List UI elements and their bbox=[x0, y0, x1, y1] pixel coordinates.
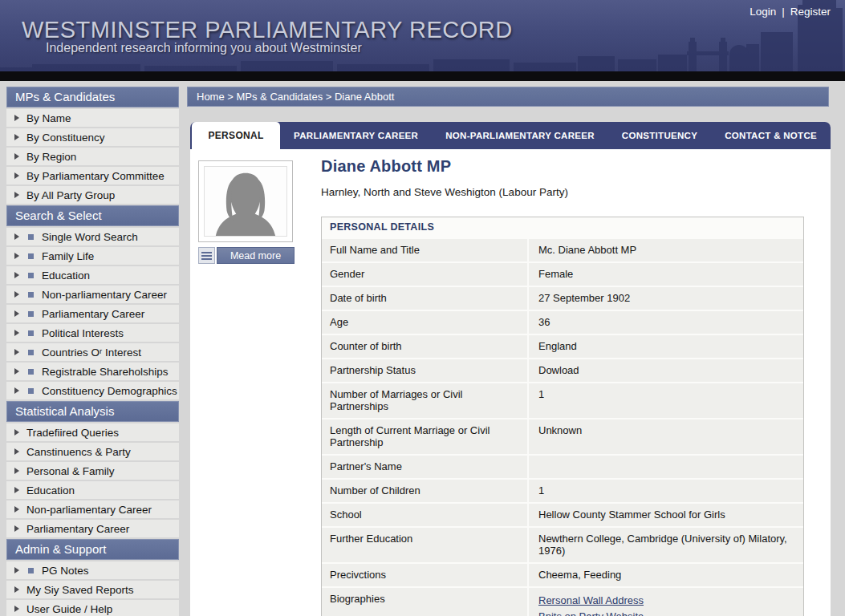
table-row-predictions: Precivctions Cheema, Feeding bbox=[322, 562, 803, 586]
table-row-biographies: Biographies Rersonal Wall Address Bnits … bbox=[322, 586, 803, 616]
personal-details-table: PERSONAL DETAILS Full Name and Title Mc.… bbox=[321, 217, 804, 616]
sidebar-item-parliamentary-career[interactable]: Parliamentary Career bbox=[6, 305, 179, 322]
tab-personal[interactable]: PERSONAL bbox=[192, 122, 280, 149]
sidebar-item-constituency-party[interactable]: Canstinuencs & Party bbox=[6, 443, 179, 460]
link-bits-on-party-website[interactable]: Bnits on Party Website bbox=[538, 609, 794, 616]
triangle-bullet-icon bbox=[14, 253, 19, 259]
avatar bbox=[198, 160, 293, 242]
row-label: Date of birth bbox=[322, 287, 529, 310]
row-value: Unknown bbox=[529, 419, 803, 454]
triangle-bullet-icon bbox=[14, 134, 19, 140]
sidebar-section-admin-support: Admin & Support bbox=[6, 539, 179, 560]
header-divider-bar bbox=[0, 71, 845, 81]
sidebar-item-education-stats[interactable]: Education bbox=[6, 481, 179, 499]
sidebar-item-label: Non-parliamentary Career bbox=[42, 289, 167, 301]
row-value: Hellow County Stammer School for Girls bbox=[529, 504, 803, 526]
tab-parliamentary-career[interactable]: PARLIAMENTARY CAREER bbox=[280, 122, 432, 149]
site-header: Login | Register WESTMINSTER PARLIAMENTA… bbox=[0, 0, 845, 81]
mp-constituency-party-line: Harnley, North and Steve Weshigton (Labo… bbox=[321, 186, 568, 198]
sidebar-item-constituency-demographics[interactable]: Constituency Demographics bbox=[6, 382, 179, 399]
sidebar-item-label: By Constituency bbox=[26, 132, 105, 144]
table-row-date-of-birth: Date of birth 27 September 1902 bbox=[322, 286, 803, 310]
read-more-button[interactable]: Mead more bbox=[217, 247, 295, 264]
sidebar-item-label: Education bbox=[42, 270, 90, 282]
sidebar-item-label: By Parliamentary Committee bbox=[26, 170, 165, 182]
sidebar-item-personal-family[interactable]: Personal & Family bbox=[6, 462, 179, 480]
table-row-partner-name: Partner's Name bbox=[322, 454, 803, 478]
square-bullet-icon bbox=[28, 253, 34, 259]
sidebar-item-non-parliamentary-career-stats[interactable]: Non-parliamentary Career bbox=[6, 500, 179, 518]
row-label: School bbox=[322, 504, 529, 526]
triangle-bullet-icon bbox=[14, 368, 19, 375]
tab-contact-notice[interactable]: CONTACT & NOTCE bbox=[711, 122, 831, 149]
triangle-bullet-icon bbox=[14, 115, 19, 121]
sidebar-section-mps-candidates: MPs & Candidates bbox=[6, 87, 179, 107]
sidebar-item-label: Single Word Search bbox=[42, 231, 138, 243]
login-link[interactable]: Login bbox=[750, 6, 776, 18]
row-label: Precivctions bbox=[322, 564, 529, 586]
page-title-mp-name: Diane Abbott MP bbox=[321, 157, 451, 176]
sidebar-item-label: Parliamentary Career bbox=[42, 308, 144, 320]
auth-links: Login | Register bbox=[750, 6, 831, 18]
sidebar-item-single-word-search[interactable]: Single Word Search bbox=[6, 228, 179, 245]
sidebar-item-label: Tradefiired Queries bbox=[26, 427, 119, 439]
table-row-further-education: Further Education Newthern College, Camb… bbox=[322, 526, 803, 562]
link-personal-wall-address[interactable]: Rersonal Wall Address bbox=[538, 593, 794, 609]
sidebar-item-my-saved-reports[interactable]: My Siy Saved Reports bbox=[6, 581, 179, 598]
register-link[interactable]: Register bbox=[790, 6, 831, 18]
triangle-bullet-icon bbox=[14, 192, 19, 198]
square-bullet-icon bbox=[28, 234, 34, 240]
row-label: Number of Children bbox=[322, 480, 529, 502]
triangle-bullet-icon bbox=[14, 506, 19, 513]
triangle-bullet-icon bbox=[14, 233, 19, 240]
triangle-bullet-icon bbox=[14, 586, 19, 593]
sidebar-item-political-interests[interactable]: Political Interests bbox=[6, 324, 179, 342]
row-value: Rersonal Wall Address Bnits on Party Web… bbox=[529, 588, 803, 616]
sidebar-item-by-region[interactable]: By Region bbox=[6, 148, 179, 165]
person-silhouette-icon bbox=[205, 167, 286, 236]
row-label: Length of Current Marriage or Civil Part… bbox=[322, 419, 529, 454]
triangle-bullet-icon bbox=[14, 172, 19, 179]
tab-non-parliamentary-career[interactable]: NON-PARLIAMENTARY CAREER bbox=[432, 122, 608, 149]
sidebar-item-label: Canstinuencs & Party bbox=[26, 446, 131, 458]
sidebar-item-by-all-party-group[interactable]: By All Party Group bbox=[6, 186, 179, 204]
row-value: Cheema, Feeding bbox=[529, 564, 803, 586]
sidebar-item-parliamentary-career-stats[interactable]: Parliamentary Career bbox=[6, 520, 179, 537]
triangle-bullet-icon bbox=[14, 272, 19, 278]
sidebar-item-family-life[interactable]: Family Life bbox=[6, 247, 179, 265]
sidebar-item-non-parliamentary-career[interactable]: Non-parliamentary Career bbox=[6, 286, 179, 303]
row-value: Female bbox=[529, 263, 803, 286]
tab-constituency[interactable]: CONSTITUENCY bbox=[608, 122, 711, 149]
triangle-bullet-icon bbox=[14, 448, 19, 455]
sidebar-item-label: Family Life bbox=[42, 250, 94, 262]
sidebar-item-countries-of-interest[interactable]: Countries Oʳ Interest bbox=[6, 343, 179, 361]
table-title: PERSONAL DETAILS bbox=[322, 217, 803, 237]
row-value: 1 bbox=[529, 480, 803, 502]
sidebar-item-tradefired-queries[interactable]: Tradefiired Queries bbox=[6, 424, 179, 441]
table-row-number-of-marriages: Number of Marriages or Civil Partnership… bbox=[322, 382, 803, 418]
sidebar-item-label: Constituency Demographics bbox=[42, 385, 177, 397]
row-label: Biographies bbox=[322, 588, 529, 616]
breadcrumb[interactable]: Home > MPs & Candidates > Diane Abbott bbox=[187, 87, 829, 107]
sidebar-item-by-constituency[interactable]: By Constituency bbox=[6, 128, 179, 146]
square-bullet-icon bbox=[28, 292, 34, 298]
sidebar-item-user-guide-help[interactable]: User Guide / Help bbox=[6, 600, 179, 616]
read-more-control: Mead more bbox=[198, 247, 295, 264]
sidebar-item-by-parliamentary-committee[interactable]: By Parliamentary Committee bbox=[6, 167, 179, 184]
sidebar-item-label: Countries Oʳ Interest bbox=[42, 346, 141, 359]
sidebar-item-registrable-shareholships[interactable]: Registrable Shareholships bbox=[6, 363, 179, 380]
row-label: Gender bbox=[322, 263, 529, 286]
row-value: 36 bbox=[529, 311, 803, 334]
table-row-marriage-length: Length of Current Marriage or Civil Part… bbox=[322, 418, 803, 454]
sidebar-item-label: Non-parliamentary Career bbox=[26, 504, 152, 516]
row-label: Partner's Name bbox=[322, 456, 529, 478]
sidebar-item-label: By Region bbox=[26, 151, 76, 163]
sidebar-item-education[interactable]: Education bbox=[6, 266, 179, 284]
sidebar-item-pg-notes[interactable]: PG Notes bbox=[6, 561, 179, 579]
triangle-bullet-icon bbox=[14, 468, 19, 474]
square-bullet-icon bbox=[28, 369, 34, 375]
sidebar-section-search-select: Search & Select bbox=[6, 205, 179, 226]
row-value: England bbox=[529, 335, 803, 358]
square-bullet-icon bbox=[28, 350, 34, 355]
sidebar-item-by-name[interactable]: By Name bbox=[6, 109, 179, 127]
